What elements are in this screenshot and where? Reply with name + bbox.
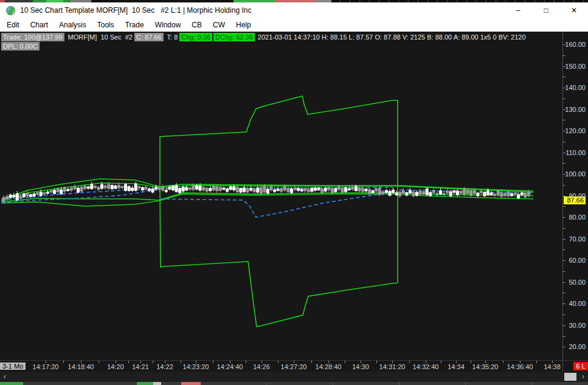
candle-body: [500, 192, 503, 197]
candle-body: [57, 189, 60, 192]
price-axis-label: 100.00: [563, 170, 586, 178]
axis-tick: [345, 361, 345, 363]
candle-body: [476, 193, 479, 196]
candle-body: [392, 190, 395, 193]
price-axis[interactable]: 87.66 160.00150.00140.00130.00120.00110.…: [562, 32, 588, 372]
candle-body: [22, 193, 26, 197]
candle-body: [144, 187, 147, 190]
menu-item-chart[interactable]: Chart: [25, 19, 54, 31]
time-axis-label: 14:35:20: [472, 363, 499, 370]
candle-body: [90, 184, 93, 189]
menu-item-tools[interactable]: Tools: [92, 19, 120, 31]
axis-tick: [563, 163, 566, 164]
bar-count-flag: 6 L: [573, 362, 588, 370]
axis-tick: [563, 217, 566, 218]
strip-segment: [153, 382, 161, 385]
candle-body: [466, 190, 469, 194]
price-axis-label: 30.00: [563, 322, 586, 329]
candle-body: [266, 189, 269, 193]
candle-body: [521, 193, 524, 195]
time-axis[interactable]: 3-1 Mo 6 L 14:17:2014:18:4014:2014:2114:…: [0, 360, 588, 372]
candle-body: [307, 189, 310, 192]
candle-body: [452, 190, 455, 193]
scrollbar-thumb[interactable]: [564, 373, 576, 381]
menu-item-cw[interactable]: CW: [207, 19, 230, 31]
axis-tick: [328, 361, 329, 363]
candle-body: [514, 193, 517, 195]
candle-body: [368, 189, 371, 194]
axis-tick: [99, 361, 99, 363]
menu-item-cb[interactable]: CB: [186, 19, 207, 31]
time-axis-label: 14:27:20: [281, 363, 307, 370]
candle-body: [97, 187, 100, 190]
axis-tick: [503, 361, 503, 363]
candle-body: [497, 190, 500, 195]
time-axis-label: 14:34: [448, 363, 465, 370]
axis-tick: [563, 77, 566, 77]
window-controls: – □ ✕: [504, 2, 588, 18]
axis-tick: [361, 361, 361, 363]
candle-body: [510, 193, 513, 196]
axis-tick: [552, 361, 553, 363]
menu-item-trade[interactable]: Trade: [120, 19, 150, 31]
scroll-right-icon[interactable]: ›: [578, 372, 588, 382]
menu-item-window[interactable]: Window: [150, 19, 187, 31]
maximize-button[interactable]: □: [532, 2, 560, 18]
candle-body: [137, 186, 140, 188]
axis-tick: [46, 361, 46, 363]
candle-body: [432, 190, 435, 193]
candle-body: [60, 189, 63, 194]
candle-body: [372, 190, 375, 193]
candle-body: [158, 187, 161, 190]
time-axis-label: 14:28:40: [316, 363, 342, 370]
candle-body: [134, 184, 137, 191]
axis-tick: [563, 109, 566, 110]
axis-tick: [563, 282, 566, 283]
axis-tick: [165, 361, 165, 363]
axis-tick: [563, 206, 566, 207]
candle-body: [107, 184, 110, 189]
candle-body: [9, 195, 12, 198]
candle-body: [527, 192, 530, 196]
candle-body: [29, 195, 32, 197]
candle-body: [348, 189, 351, 190]
candle-body: [239, 188, 242, 192]
dpl-badge: DPL: 0.00C: [1, 42, 40, 50]
close-button[interactable]: ✕: [560, 2, 588, 18]
axis-tick: [140, 361, 141, 363]
candle-body: [317, 187, 320, 190]
candle-body: [290, 189, 293, 193]
candle-body: [334, 188, 337, 192]
candle-body: [331, 189, 334, 193]
candle-body: [70, 188, 73, 191]
candle-body: [63, 187, 66, 192]
price-axis-label: 90.00: [563, 192, 586, 199]
candle-body: [341, 188, 344, 193]
candle-body: [117, 185, 120, 188]
candle-body: [154, 187, 157, 189]
horizontal-scrollbar[interactable]: ‹ ›: [0, 372, 588, 382]
axis-tick: [520, 361, 521, 363]
scroll-left-icon[interactable]: ‹: [0, 372, 10, 382]
candle-body: [327, 187, 330, 190]
candle-body: [199, 186, 202, 190]
candle-body: [19, 196, 22, 198]
chart-info-line: Trade: 100@137.99 MORF[M] 10 Sec #2 C: 8…: [1, 33, 528, 41]
candle-body: [324, 188, 327, 192]
candle-body: [490, 192, 493, 195]
axis-tick: [456, 361, 457, 363]
trade-quantity-badge[interactable]: Trade: 100@137.99: [1, 33, 64, 41]
menu-item-analysis[interactable]: Analysis: [54, 19, 92, 31]
candle-body: [310, 188, 313, 192]
minimize-button[interactable]: –: [504, 2, 532, 18]
price-axis-label: 120.00: [563, 127, 586, 134]
menu-item-edit[interactable]: Edit: [1, 19, 25, 31]
title-bar[interactable]: 10 Sec Chart Template MORF[M] 10 Sec #2 …: [0, 2, 588, 18]
candle-body: [148, 189, 151, 191]
price-axis-label: 130.00: [563, 106, 586, 113]
axis-tick: [471, 361, 471, 363]
menu-item-help[interactable]: Help: [230, 19, 257, 31]
candle-body: [300, 189, 303, 192]
candle-body: [80, 187, 83, 192]
chart-canvas[interactable]: [0, 32, 562, 360]
